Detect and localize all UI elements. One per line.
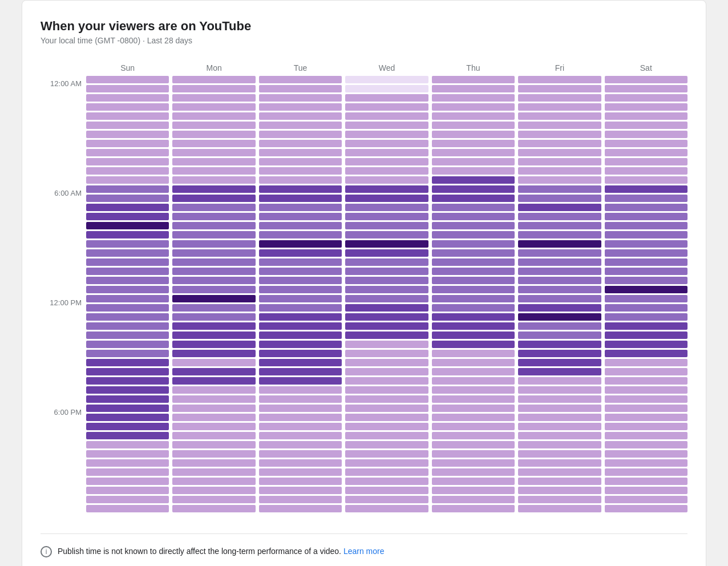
heat-cell	[432, 258, 515, 266]
heat-cell	[86, 185, 169, 193]
heat-cell	[605, 140, 687, 147]
day-headers: SunMonTueWedThuFriSat	[86, 63, 687, 72]
heat-cell	[518, 304, 601, 312]
heat-cell	[518, 450, 601, 458]
heat-cell	[86, 505, 169, 512]
heat-cell	[259, 395, 342, 403]
heat-cell	[259, 258, 342, 266]
heat-cell	[518, 185, 601, 193]
divider	[41, 533, 687, 534]
heat-cell	[345, 195, 428, 202]
day-col-fri	[518, 76, 601, 512]
heat-cell	[345, 249, 428, 257]
heat-cell	[172, 140, 255, 147]
heat-cell	[345, 386, 428, 394]
heat-cell	[518, 258, 601, 266]
heat-cell	[432, 505, 515, 512]
heat-cell	[86, 331, 169, 339]
heat-cell	[259, 94, 342, 102]
heat-cell	[345, 140, 428, 147]
day-col-thu	[432, 76, 515, 512]
heat-cell	[432, 395, 515, 403]
chart-area: 12:00 AM6:00 AM12:00 PM6:00 PM SunMonTue…	[41, 63, 687, 518]
day-col-wed	[345, 76, 428, 512]
heat-cell	[259, 341, 342, 348]
heat-cell	[518, 231, 601, 238]
heat-cell	[86, 158, 169, 165]
heat-cell	[345, 377, 428, 385]
heat-cell	[345, 295, 428, 302]
heat-cell	[172, 377, 255, 385]
heat-cell	[432, 249, 515, 257]
heat-cell	[86, 414, 169, 421]
day-col-mon	[172, 76, 255, 512]
heat-cell	[86, 167, 169, 175]
heat-cell	[432, 331, 515, 339]
heat-cell	[605, 295, 687, 302]
footer-note: i Publish time is not known to directly …	[41, 545, 687, 557]
heat-cell	[259, 167, 342, 175]
heat-cell	[86, 478, 169, 485]
heat-cell	[259, 213, 342, 220]
heat-cell	[518, 395, 601, 403]
day-header-tue: Tue	[259, 63, 342, 72]
heat-cell	[259, 368, 342, 375]
heat-cell	[432, 459, 515, 467]
heat-cell	[172, 131, 255, 138]
heat-cell	[432, 140, 515, 147]
heat-cell	[345, 231, 428, 238]
heat-cell	[605, 341, 687, 348]
heat-cell	[518, 195, 601, 202]
heat-cell	[432, 185, 515, 193]
heat-cell	[432, 432, 515, 439]
heat-cell	[605, 322, 687, 330]
heat-cell	[345, 94, 428, 102]
heat-cell	[518, 149, 601, 156]
heat-cell	[259, 268, 342, 275]
heat-cell	[605, 350, 687, 357]
heat-cell	[172, 505, 255, 512]
heat-cell	[432, 313, 515, 321]
heat-cell	[345, 432, 428, 439]
heat-cell	[259, 478, 342, 485]
y-label-36: 6:00 PM	[54, 408, 82, 417]
heat-cell	[172, 414, 255, 421]
learn-more-link[interactable]: Learn more	[343, 547, 385, 556]
heat-cell	[259, 414, 342, 421]
heat-cell	[172, 286, 255, 293]
day-col-sat	[605, 76, 687, 512]
heat-cell	[259, 468, 342, 476]
heat-cell	[605, 423, 687, 430]
heat-cell	[172, 478, 255, 485]
heat-cell	[86, 213, 169, 220]
heat-cell	[605, 122, 687, 129]
heat-cell	[518, 459, 601, 467]
heat-cell	[432, 350, 515, 357]
heat-cell	[432, 450, 515, 458]
day-col-sun	[86, 76, 169, 512]
heat-cell	[605, 331, 687, 339]
heat-cell	[345, 176, 428, 184]
heat-cell	[259, 313, 342, 321]
heat-cell	[345, 277, 428, 284]
heat-cell	[86, 195, 169, 202]
heat-cell	[259, 140, 342, 147]
heat-cell	[86, 359, 169, 366]
heat-cell	[345, 313, 428, 321]
heat-cell	[605, 505, 687, 512]
heat-cell	[86, 459, 169, 467]
heat-cell	[345, 268, 428, 275]
heat-cell	[432, 386, 515, 394]
heat-cell	[518, 76, 601, 83]
heat-cell	[345, 222, 428, 229]
heat-cell	[345, 368, 428, 375]
heat-cell	[432, 122, 515, 129]
heat-cell	[345, 350, 428, 357]
heat-cell	[172, 423, 255, 430]
heat-cell	[605, 450, 687, 458]
heat-cell	[518, 505, 601, 512]
heat-cell	[432, 149, 515, 156]
heat-cell	[259, 359, 342, 366]
heat-cell	[432, 277, 515, 284]
heat-cell	[432, 341, 515, 348]
